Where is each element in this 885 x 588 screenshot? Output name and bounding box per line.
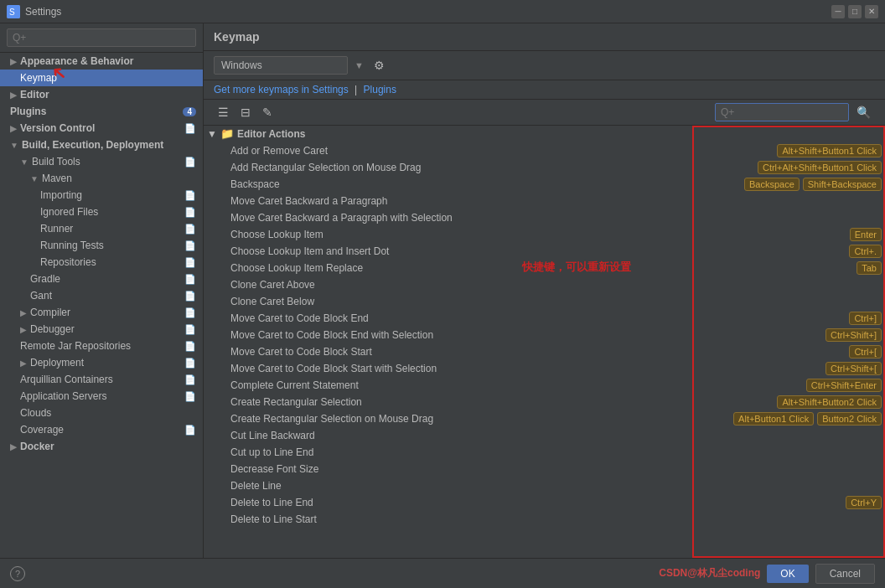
shortcuts-area: Ctrl+Y [846, 496, 882, 509]
minimize-button[interactable]: ─ [831, 5, 845, 18]
table-row[interactable]: Move Caret to Code Block End Ctrl+] [204, 310, 885, 327]
table-row[interactable]: Move Caret Backward a Paragraph [204, 193, 885, 209]
sidebar-item-importing[interactable]: Importing 📄 [0, 187, 203, 204]
sidebar-label-build-exec: Build, Execution, Deployment [22, 139, 163, 151]
right-panel: Keymap Windows ▼ ⚙ Get more keymaps in S… [204, 23, 885, 558]
page-icon: 📄 [184, 358, 196, 369]
ok-button[interactable]: OK [767, 565, 808, 583]
sidebar-label-appearance: Appearance & Behavior [20, 55, 133, 67]
expand-icon: ▶ [10, 57, 17, 66]
bottom-bar: ? CSDN@林凡尘coding OK Cancel [0, 558, 885, 588]
sidebar-item-repositories[interactable]: Repositories 📄 [0, 254, 203, 271]
sidebar-label-running-tests: Running Tests [40, 240, 104, 251]
shortcuts-area: Ctrl+Alt+Shift+Button1 Click [758, 161, 882, 174]
page-icon: 📄 [184, 123, 196, 134]
table-row[interactable]: Move Caret to Code Block End with Select… [204, 327, 885, 343]
sidebar-label-version-control: Version Control [20, 122, 95, 134]
sidebar-search-input[interactable] [7, 28, 196, 47]
table-row[interactable]: Move Caret Backward a Paragraph with Sel… [204, 209, 885, 226]
sidebar-item-runner[interactable]: Runner 📄 [0, 220, 203, 237]
sidebar-item-version-control[interactable]: ▶ Version Control 📄 [0, 120, 203, 137]
table-row[interactable]: Complete Current Statement Ctrl+Shift+En… [204, 377, 885, 394]
sidebar-item-build-tools[interactable]: ▼ Build Tools 📄 [0, 153, 203, 170]
keymap-toolbar: ☰ ⊟ ✎ 🔍 [204, 100, 885, 126]
sidebar-item-maven[interactable]: ▼ Maven [0, 170, 203, 187]
shortcut-badge: Ctrl+Shift+] [825, 328, 882, 342]
table-row[interactable]: Move Caret to Code Block Start with Sele… [204, 360, 885, 377]
sidebar-item-gradle[interactable]: Gradle 📄 [0, 271, 203, 287]
table-row[interactable]: Delete to Line Start [204, 511, 885, 528]
page-icon: 📄 [184, 240, 196, 251]
actions-list: ▼ 📁 Editor Actions Add or Remove Caret A… [204, 126, 885, 558]
settings-link[interactable]: Get more keymaps in Settings [214, 84, 349, 95]
shortcut-badge: Alt+Shift+Button2 Click [777, 395, 882, 409]
action-label: Add or Remove Caret [214, 145, 777, 157]
sidebar-item-app-servers[interactable]: Application Servers 📄 [0, 388, 203, 405]
table-row[interactable]: Clone Caret Above [204, 276, 885, 293]
table-row[interactable]: Cut up to Line End [204, 444, 885, 461]
sidebar-item-debugger[interactable]: ▶ Debugger 📄 [0, 321, 203, 338]
sidebar-item-gant[interactable]: Gant 📄 [0, 287, 203, 304]
table-row[interactable]: Create Rectangular Selection on Mouse Dr… [204, 410, 885, 427]
window-controls: ─ □ ✕ [831, 5, 878, 18]
shortcuts-area: Ctrl+Shift+Enter [806, 379, 882, 392]
table-row[interactable]: Decrease Font Size [204, 461, 885, 477]
cancel-button[interactable]: Cancel [815, 564, 875, 584]
expand-all-button[interactable]: ☰ [214, 104, 233, 121]
sidebar-item-keymap[interactable]: Keymap ➜ [0, 70, 203, 86]
table-row[interactable]: Choose Lookup Item and Insert Dot Ctrl+. [204, 243, 885, 260]
search-options-button[interactable]: 🔍 [852, 104, 875, 121]
page-icon: 📄 [184, 257, 196, 268]
maximize-button[interactable]: □ [848, 5, 862, 18]
sidebar-item-arquillian[interactable]: Arquillian Containers 📄 [0, 371, 203, 388]
table-row[interactable]: Delete to Line End Ctrl+Y [204, 494, 885, 511]
page-icon: 📄 [184, 190, 196, 201]
expand-icon: ▶ [20, 325, 27, 334]
expand-icon: ▶ [10, 124, 17, 133]
keymap-gear-button[interactable]: ⚙ [370, 57, 388, 74]
table-row[interactable]: Clone Caret Below [204, 293, 885, 310]
table-row[interactable]: Create Rectangular Selection Alt+Shift+B… [204, 394, 885, 410]
sidebar-label-coverage: Coverage [20, 424, 64, 436]
table-row[interactable]: Move Caret to Code Block Start Ctrl+[ [204, 343, 885, 360]
sidebar-item-deployment[interactable]: ▶ Deployment 📄 [0, 354, 203, 371]
close-button[interactable]: ✕ [865, 5, 878, 18]
table-row[interactable]: Choose Lookup Item Replace Tab [204, 260, 885, 276]
shortcuts-area: Ctrl+] [849, 312, 882, 325]
bottom-right: CSDN@林凡尘coding OK Cancel [659, 564, 875, 584]
keymap-search-input[interactable] [715, 103, 849, 121]
sidebar-item-clouds[interactable]: Clouds [0, 405, 203, 421]
sidebar-item-editor[interactable]: ▶ Editor [0, 86, 203, 103]
sidebar-label-plugins: Plugins [10, 106, 46, 117]
sidebar-item-coverage[interactable]: Coverage 📄 [0, 421, 203, 438]
page-icon: 📄 [184, 425, 196, 436]
table-row[interactable]: Cut Line Backward [204, 427, 885, 444]
sidebar-item-remote-jar[interactable]: Remote Jar Repositories 📄 [0, 338, 203, 354]
sidebar-item-appearance[interactable]: ▶ Appearance & Behavior [0, 53, 203, 70]
table-row[interactable]: Add Rectangular Selection on Mouse Drag … [204, 159, 885, 176]
table-row[interactable]: Choose Lookup Item Enter [204, 226, 885, 243]
sidebar-label-debugger: Debugger [30, 323, 75, 335]
sidebar-label-gradle: Gradle [30, 273, 60, 285]
sidebar-item-ignored-files[interactable]: Ignored Files 📄 [0, 204, 203, 220]
bottom-left: ? [10, 566, 25, 581]
edit-shortcut-button[interactable]: ✎ [258, 104, 277, 121]
sidebar-item-docker[interactable]: ▶ Docker [0, 438, 203, 455]
table-row[interactable]: Delete Line [204, 477, 885, 494]
group-expand-icon: ▼ [207, 128, 217, 140]
page-icon: 📄 [184, 307, 196, 318]
collapse-all-button[interactable]: ⊟ [236, 104, 255, 121]
main-content: ▶ Appearance & Behavior Keymap ➜ ▶ Edito… [0, 23, 885, 558]
table-row[interactable]: Add or Remove Caret Alt+Shift+Button1 Cl… [204, 142, 885, 159]
shortcuts-area: Alt+Shift+Button2 Click [777, 395, 882, 409]
sidebar-item-running-tests[interactable]: Running Tests 📄 [0, 237, 203, 254]
keymap-scheme-select[interactable]: Windows [214, 56, 348, 75]
plugins-link[interactable]: Plugins [364, 84, 396, 95]
sidebar-item-compiler[interactable]: ▶ Compiler 📄 [0, 304, 203, 321]
sidebar-item-plugins[interactable]: Plugins 4 [0, 103, 203, 120]
sidebar-label-editor: Editor [20, 89, 49, 101]
action-label: Complete Current Statement [214, 379, 806, 391]
sidebar-item-build-exec[interactable]: ▼ Build, Execution, Deployment [0, 137, 203, 153]
help-button[interactable]: ? [10, 566, 25, 581]
table-row[interactable]: Backspace Backspace Shift+Backspace [204, 176, 885, 193]
